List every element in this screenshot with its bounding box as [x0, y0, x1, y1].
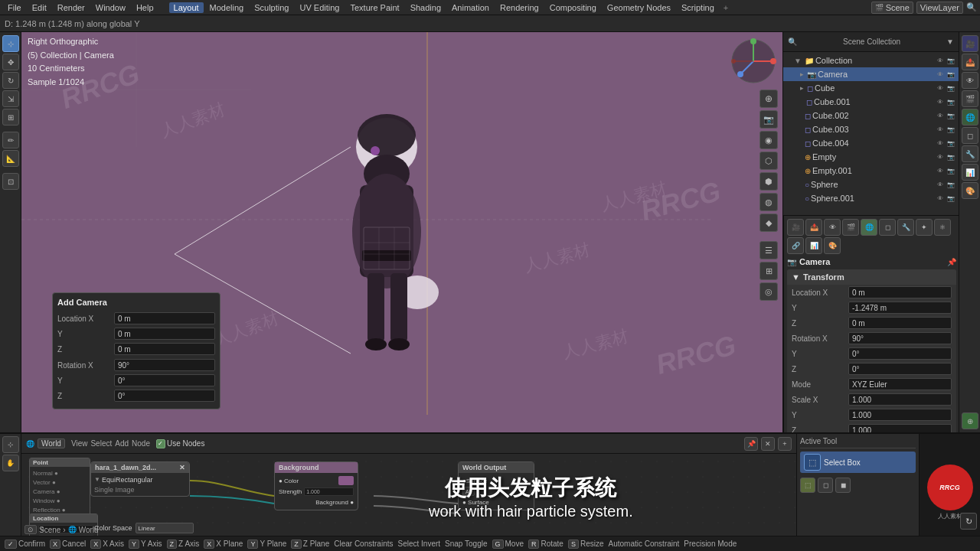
viewport-shading-render[interactable]: ◆ [760, 214, 778, 232]
prop-tab-object[interactable]: ◻ [879, 219, 896, 236]
viewport-camera-view[interactable]: 📷 [760, 110, 778, 129]
menu-file[interactable]: File [3, 2, 26, 13]
outliner-item-cube004[interactable]: ◻ Cube.004 👁 📷 [783, 136, 959, 150]
viewport-gizmo-toggle[interactable]: ⊞ [760, 262, 778, 280]
tool-annotate[interactable]: ✏ [2, 132, 19, 148]
status-precision-mode[interactable]: Precision Mode [684, 540, 737, 548]
right-icon-output[interactable]: 📤 [962, 54, 978, 70]
scale-x-value[interactable]: 1.000 [848, 393, 952, 406]
outliner-collection-eye[interactable]: 👁 [936, 56, 945, 65]
workspace-icon-1[interactable]: ⬚ [800, 478, 815, 493]
tool-move[interactable]: ✥ [2, 54, 19, 70]
outliner-item-empty001[interactable]: ⊕ Empty.001 👁 📷 [783, 164, 959, 178]
viewport-gizmo[interactable] [730, 38, 776, 84]
rot-y-value[interactable]: 0° [848, 347, 952, 360]
outliner-item-sphere[interactable]: ○ Sphere 👁 📷 [783, 178, 959, 191]
prop-tab-physics[interactable]: ⚛ [934, 219, 951, 236]
outliner-empty001-render[interactable]: 📷 [946, 166, 956, 175]
scale-z-value[interactable]: 1.000 [848, 424, 952, 432]
outliner-empty-eye[interactable]: 👁 [936, 152, 945, 161]
right-icon-material[interactable]: 🎨 [962, 182, 978, 199]
workspace-tab-sculpting[interactable]: Sculpting [250, 2, 293, 13]
node-view-menu[interactable]: View [71, 439, 88, 448]
breadcrumb-scene[interactable]: Scene [39, 526, 60, 534]
prop-tab-output[interactable]: 📤 [805, 219, 822, 236]
workspace-tab-modeling[interactable]: Modeling [205, 2, 249, 13]
right-icon-view-layer[interactable]: 👁 [962, 72, 978, 89]
node-editor-close[interactable]: ✕ [761, 437, 775, 451]
viewport-render-preview[interactable]: ◉ [760, 131, 778, 149]
node-editor-type[interactable]: World [38, 439, 65, 448]
rotation-icon[interactable]: ↻ [960, 513, 977, 530]
status-y-plane[interactable]: Y Y Plane [247, 540, 286, 549]
transform-section-header[interactable]: ▼ Transform [787, 269, 956, 285]
loc-y-value[interactable]: -1.2478 m [848, 302, 952, 314]
scene-selector[interactable]: 🎬 Scene [871, 2, 913, 14]
outliner-item-cube[interactable]: ▸ ◻ Cube 👁 📷 [783, 81, 959, 95]
add-camera-locx-value[interactable]: 0 m [114, 312, 215, 324]
outliner-cube001-eye[interactable]: 👁 [936, 97, 945, 106]
node-editor-new[interactable]: + [778, 437, 792, 451]
tool-cursor[interactable]: ⊹ [2, 35, 19, 52]
outliner-item-cube003[interactable]: ◻ Cube.003 👁 📷 [783, 122, 959, 136]
menu-window[interactable]: Window [91, 2, 130, 13]
search-btn[interactable]: 🔍 [966, 2, 977, 12]
bg-node-close[interactable]: ✕ [179, 464, 185, 471]
outliner-cube003-render[interactable]: 📷 [946, 125, 956, 134]
prop-tab-particles[interactable]: ✦ [916, 219, 933, 236]
select-box-tool-item[interactable]: ⬚ Select Box [800, 452, 916, 473]
status-z-plane[interactable]: Z Z Plane [291, 540, 329, 549]
outliner-cube-eye[interactable]: 👁 [936, 83, 945, 93]
outliner-sphere001-eye[interactable]: 👁 [936, 194, 945, 203]
viewport-shading-wire[interactable]: ⬡ [760, 152, 778, 170]
status-y-axis[interactable]: Y Y Axis [129, 540, 162, 549]
status-move[interactable]: G Move [492, 540, 524, 549]
right-icon-data[interactable]: 📊 [962, 164, 978, 181]
viewport-overlay[interactable]: ☰ [760, 241, 778, 259]
outliner-item-sphere001[interactable]: ○ Sphere.001 👁 📷 [783, 191, 959, 205]
workspace-tab-texture[interactable]: Texture Paint [345, 2, 403, 13]
outliner-camera-eye[interactable]: 👁 [936, 70, 945, 79]
tool-add-object[interactable]: ⊡ [2, 173, 19, 190]
rot-mode-value[interactable]: XYZ Euler [848, 378, 952, 390]
viewport-shading-solid[interactable]: ⬢ [760, 172, 778, 191]
menu-help[interactable]: Help [132, 2, 158, 13]
workspace-tab-rendering[interactable]: Rendering [495, 2, 544, 13]
outliner-cube003-eye[interactable]: 👁 [936, 125, 945, 134]
add-camera-rotz-value[interactable]: 0° [114, 390, 215, 402]
workspace-tab-geometry[interactable]: Geometry Nodes [603, 2, 675, 13]
breadcrumb-world[interactable]: World [79, 526, 99, 534]
add-camera-roty-value[interactable]: 0° [114, 374, 215, 386]
right-icon-world[interactable]: 🌐 [962, 109, 978, 126]
prop-tab-world[interactable]: 🌐 [861, 219, 877, 236]
prop-tab-modifier[interactable]: 🔧 [897, 219, 914, 236]
add-camera-rotx-value[interactable]: 90° [114, 359, 215, 371]
workspace-tab-scripting[interactable]: Scripting [677, 2, 719, 13]
status-confirm[interactable]: ✓ Confirm [5, 540, 45, 549]
status-auto-constraint[interactable]: Automatic Constraint [609, 540, 680, 548]
bottom-tool-cursor[interactable]: ⊹ [2, 436, 19, 453]
outliner-item-camera[interactable]: ▸ 📷 Camera 👁 📷 [783, 67, 959, 81]
view-layer-selector[interactable]: ViewLayer [916, 2, 963, 14]
status-z-axis[interactable]: Z Z Axis [167, 540, 200, 549]
prop-tab-constraints[interactable]: 🔗 [787, 237, 804, 254]
outliner-item-collection[interactable]: ▼ 📁 Collection 👁 📷 [783, 54, 959, 67]
outliner-cube004-eye[interactable]: 👁 [936, 139, 945, 148]
prop-tab-view[interactable]: 👁 [824, 219, 841, 236]
status-rotate[interactable]: R Rotate [528, 540, 564, 549]
right-icon-render[interactable]: 🎥 [962, 35, 978, 52]
prop-tab-material[interactable]: 🎨 [824, 237, 841, 254]
status-cancel[interactable]: X Cancel [50, 540, 86, 549]
rot-z-value[interactable]: 0° [848, 363, 952, 375]
menu-render[interactable]: Render [53, 2, 90, 13]
outliner-cube002-render[interactable]: 📷 [946, 111, 956, 120]
outliner-item-cube001[interactable]: ◻ Cube.001 👁 📷 [783, 95, 959, 109]
outliner-item-cube002[interactable]: ◻ Cube.002 👁 📷 [783, 109, 959, 122]
outliner-item-empty[interactable]: ⊕ Empty 👁 📷 [783, 150, 959, 164]
breadcrumb-icon[interactable]: ⊙ [24, 525, 37, 534]
color-space-value[interactable]: Linear [136, 523, 194, 533]
outliner-cube004-render[interactable]: 📷 [946, 139, 956, 148]
world-all-dropdown[interactable]: All [462, 487, 475, 496]
status-x-axis[interactable]: X X Axis [90, 540, 124, 549]
prop-tab-data[interactable]: 📊 [805, 237, 822, 254]
